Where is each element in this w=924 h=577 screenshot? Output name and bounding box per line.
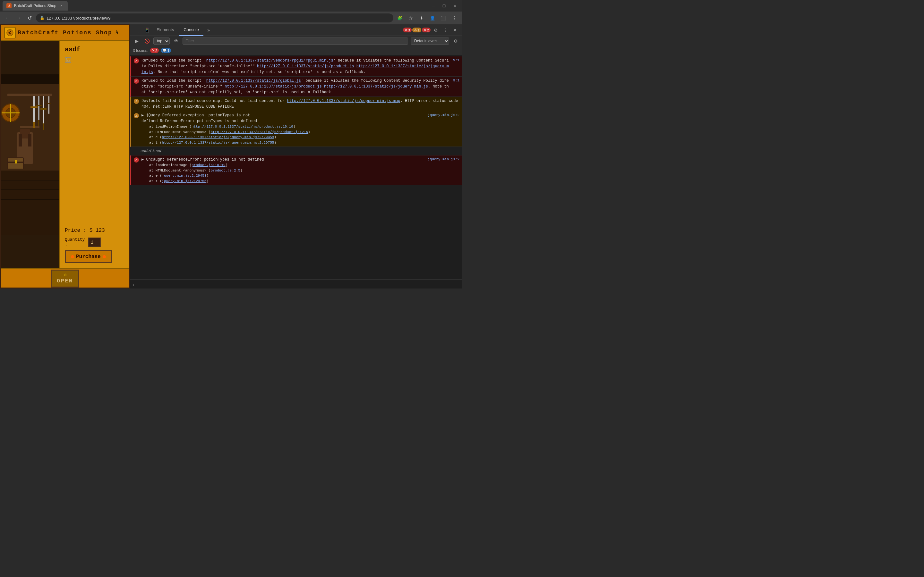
warning-link-3[interactable]: http://127.0.0.1:1337/static/js/product.… (210, 130, 308, 134)
svg-rect-17 (36, 105, 42, 106)
flame-right-icon: 🕯 (114, 30, 120, 35)
error-link-5[interactable]: http://127.0.0.1:1337/static/js/product.… (225, 84, 321, 89)
back-arrow-icon (6, 29, 13, 36)
product-image-placeholder (65, 57, 72, 63)
svg-rect-14 (31, 106, 37, 108)
extensions-button[interactable]: 🧩 (395, 13, 404, 23)
issues-error-badge: ✕ 2 (150, 48, 159, 53)
devtools-more-tabs-button[interactable]: » (204, 26, 213, 35)
error-link-10[interactable]: jquery.min.js:2:29755 (162, 179, 207, 183)
console-entry-5: undefined (130, 147, 462, 155)
maximize-button[interactable]: □ (439, 1, 449, 10)
active-tab[interactable]: ⚗ BatchCraft Potions Shop × (3, 1, 68, 11)
product-area: asdf Price : $ 123 Quantity (1, 41, 129, 268)
error-link-9[interactable]: jquery.min.js:2:29453 (162, 174, 207, 177)
reload-button[interactable]: ↺ (25, 13, 34, 23)
menu-button[interactable]: ⋮ (450, 13, 459, 23)
product-name: asdf (65, 46, 124, 53)
gem-left-icon (71, 255, 74, 258)
undefined-value: undefined (141, 149, 162, 153)
back-button-game[interactable] (4, 27, 16, 39)
product-panel: asdf Price : $ 123 Quantity (59, 41, 129, 268)
svg-rect-13 (33, 96, 35, 122)
info-badge: ✕ 2 (422, 27, 431, 32)
console-entry-body-3: DevTools failed to load source map: Coul… (142, 98, 459, 110)
filter-input[interactable] (183, 37, 408, 45)
profile-button[interactable]: 👤 (428, 13, 437, 23)
eye-button[interactable]: 👁 (172, 37, 180, 45)
warning-link-5[interactable]: http://127.0.0.1:1337/static/js/jquery.m… (162, 141, 274, 145)
browser-chrome: ⚗ BatchCraft Potions Shop × ─ □ × ← → ↺ … (0, 0, 462, 24)
level-selector[interactable]: Default levels (411, 37, 449, 45)
console-bar: ▶ 🚫 top 👁 Default levels ⚙ (130, 36, 462, 46)
svg-rect-26 (19, 134, 22, 147)
console-entry-body-1: Refused to load the script 'http://127.0… (142, 58, 459, 75)
svg-rect-8 (20, 126, 39, 128)
close-window-button[interactable]: × (451, 1, 459, 10)
tab-favicon: ⚗ (6, 3, 11, 8)
new-tab-button[interactable] (69, 1, 78, 10)
svg-rect-22 (48, 96, 49, 114)
warning-link-4[interactable]: http://127.0.0.1:1337/static/js/jquery.m… (162, 135, 274, 139)
page-footer: ⛓ OPEN (1, 268, 129, 287)
devtools-settings-button[interactable]: ⚙ (431, 26, 440, 35)
svg-rect-16 (38, 96, 39, 120)
error-link-1[interactable]: http://127.0.0.1:1337/static/vendors/rpg… (206, 58, 333, 63)
product-quantity-purchase-row: Quantity : Purchase (65, 237, 124, 263)
error-icon-3: ✕ (134, 157, 139, 163)
console-input[interactable] (136, 282, 459, 287)
issues-bar: 3 Issues: ✕ 2 💬 1 (130, 46, 462, 55)
error-badge: ✕ 3 (403, 27, 412, 32)
devtools-device-button[interactable]: 📱 (142, 26, 152, 35)
frame-selector[interactable]: top (153, 37, 170, 45)
svg-rect-20 (40, 108, 47, 110)
console-output[interactable]: ✕ Refused to load the script 'http://127… (130, 55, 462, 279)
tab-close-button[interactable]: × (59, 3, 64, 8)
open-sign: ⛓ OPEN (51, 269, 79, 287)
purchase-button[interactable]: Purchase (65, 250, 112, 263)
warning-icon-2: ⚠ (134, 113, 139, 118)
devtools-more-button[interactable]: ⋮ (441, 26, 450, 35)
warning-link-2[interactable]: http://127.0.0.1:1337/static/js/product.… (192, 125, 293, 129)
console-run-button[interactable]: ▶ (133, 37, 141, 45)
product-price: Price : $ 123 (65, 227, 124, 234)
level-settings-button[interactable]: ⚙ (452, 37, 459, 45)
purchase-label: Purchase (76, 254, 101, 259)
devtools-toggle[interactable]: ⬛ (439, 13, 448, 23)
svg-rect-30 (15, 160, 17, 163)
devtools-tab-elements[interactable]: Elements (152, 24, 178, 36)
forward-button[interactable]: → (14, 13, 23, 23)
console-entry-body-4: ▶ jQuery.Deferred exception: potionTypes… (142, 113, 459, 145)
console-entry-2: ✕ Refused to load the script 'http://127… (130, 77, 462, 97)
product-image-area (1, 41, 59, 268)
devtools-tab-console[interactable]: Console (179, 24, 204, 36)
gem-right-icon (103, 255, 106, 258)
devtools-inspect-button[interactable]: ⬚ (133, 26, 142, 35)
warning-link-1[interactable]: http://127.0.0.1:1337/static/js/popper.m… (287, 99, 401, 103)
page-header: 🕯 BatchCraft Potions Shop 🕯 (1, 25, 129, 41)
error-link-7[interactable]: product.js:10:19 (192, 163, 226, 167)
game-viewport: 🕯 BatchCraft Potions Shop 🕯 (0, 24, 130, 288)
console-prompt-icon: › (133, 282, 134, 287)
error-link-6[interactable]: http://127.0.0.1:1337/static/js/jquery.m… (324, 84, 428, 89)
address-bar[interactable]: 🔒 127.0.0.1:1337/products/preview/9 (36, 13, 393, 23)
svg-point-32 (66, 58, 67, 60)
minimize-button[interactable]: ─ (429, 1, 438, 10)
error-icon-2: ✕ (134, 79, 139, 84)
error-location-2: 9:1 (453, 78, 459, 95)
error-link-4[interactable]: http://127.0.0.1:1337/static/js/global.j… (206, 79, 301, 83)
error-link-8[interactable]: product.js:2:5 (210, 169, 240, 172)
svg-rect-23 (47, 103, 51, 104)
error-link-2[interactable]: http://127.0.0.1:1337/static/js/product.… (257, 64, 354, 69)
download-button[interactable]: ⬇ (417, 13, 426, 23)
bookmark-button[interactable]: ☆ (406, 13, 415, 23)
quantity-input[interactable] (88, 237, 101, 247)
svg-rect-19 (43, 96, 44, 123)
devtools-close-button[interactable]: ✕ (451, 26, 459, 35)
back-button[interactable]: ← (3, 13, 12, 23)
console-clear-button[interactable]: 🚫 (143, 37, 151, 45)
quantity-label: Quantity (65, 237, 85, 242)
svg-rect-27 (28, 134, 31, 147)
console-entry-4: ⚠ ▶ jQuery.Deferred exception: potionTyp… (130, 111, 462, 147)
console-entry-body-6: ▶ Uncaught ReferenceError: potionTypes i… (142, 157, 459, 184)
